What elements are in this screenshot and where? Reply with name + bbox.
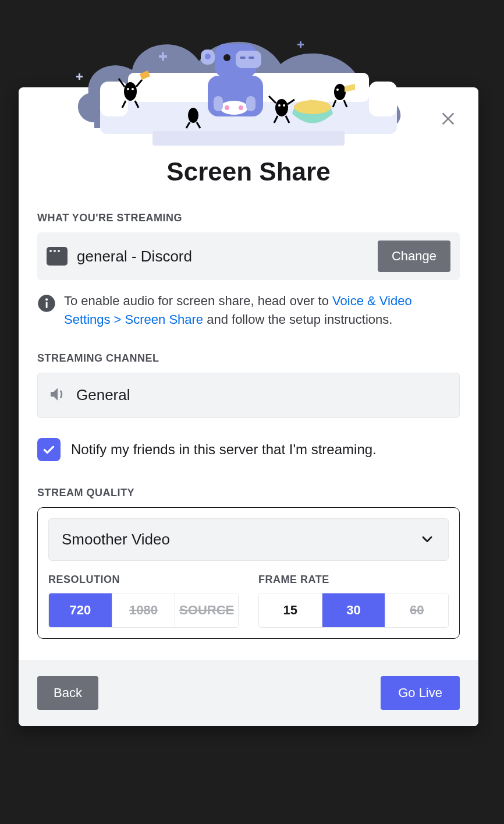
resolution-720[interactable]: 720	[49, 593, 112, 627]
svg-rect-45	[46, 302, 48, 308]
framerate-15[interactable]: 15	[259, 593, 322, 627]
notify-label: Notify my friends in this server that I'…	[71, 441, 377, 458]
channel-name: General	[76, 386, 130, 404]
resolution-segment: 720 1080 SOURCE	[48, 593, 239, 628]
quality-section-label: STREAM QUALITY	[37, 487, 460, 499]
quality-preset-select[interactable]: Smoother Video	[48, 518, 449, 561]
back-button[interactable]: Back	[37, 676, 98, 710]
svg-rect-7	[236, 51, 261, 68]
window-icon	[47, 247, 68, 266]
resolution-source[interactable]: SOURCE	[175, 593, 238, 627]
modal-title: Screen Share	[37, 157, 460, 186]
svg-rect-11	[201, 49, 215, 65]
notify-checkbox[interactable]	[37, 438, 61, 461]
audio-info-text: To enable audio for screen share, head o…	[64, 292, 460, 329]
source-card: general - Discord Change	[37, 232, 460, 280]
svg-point-46	[45, 298, 48, 300]
audio-info-row: To enable audio for screen share, head o…	[37, 292, 460, 329]
close-button[interactable]	[435, 105, 461, 130]
framerate-60[interactable]: 60	[385, 593, 448, 627]
info-icon	[37, 294, 56, 315]
quality-box: Smoother Video RESOLUTION 720 1080 SOURC…	[37, 507, 460, 639]
resolution-1080[interactable]: 1080	[112, 593, 176, 627]
svg-line-26	[119, 79, 125, 87]
modal-footer: Back Go Live	[19, 660, 478, 726]
framerate-30[interactable]: 30	[322, 593, 386, 627]
svg-point-12	[205, 54, 211, 59]
framerate-segment: 15 30 60	[258, 593, 449, 628]
svg-rect-10	[249, 56, 254, 59]
channel-section-label: STREAMING CHANNEL	[37, 352, 460, 365]
quality-preset-label: Smoother Video	[62, 531, 170, 549]
resolution-label: RESOLUTION	[48, 574, 239, 586]
info-text-after: and follow the setup instructions.	[203, 312, 392, 327]
close-icon	[439, 108, 457, 127]
info-text-before: To enable audio for screen share, head o…	[64, 293, 332, 308]
svg-rect-9	[240, 56, 246, 59]
channel-card[interactable]: General	[37, 373, 460, 418]
change-button[interactable]: Change	[378, 241, 450, 272]
chevron-down-icon	[419, 531, 435, 547]
streaming-section-label: WHAT YOU'RE STREAMING	[37, 212, 460, 224]
checkmark-icon	[41, 442, 56, 457]
source-name: general - Discord	[77, 247, 368, 266]
svg-line-27	[136, 80, 142, 87]
svg-rect-6	[215, 44, 257, 77]
notify-checkbox-row[interactable]: Notify my friends in this server that I'…	[37, 438, 460, 461]
svg-point-8	[223, 54, 230, 61]
screen-share-modal: Screen Share WHAT YOU'RE STREAMING gener…	[19, 87, 478, 726]
framerate-label: FRAME RATE	[258, 574, 449, 586]
go-live-button[interactable]: Go Live	[381, 676, 460, 710]
speaker-icon	[48, 385, 67, 406]
